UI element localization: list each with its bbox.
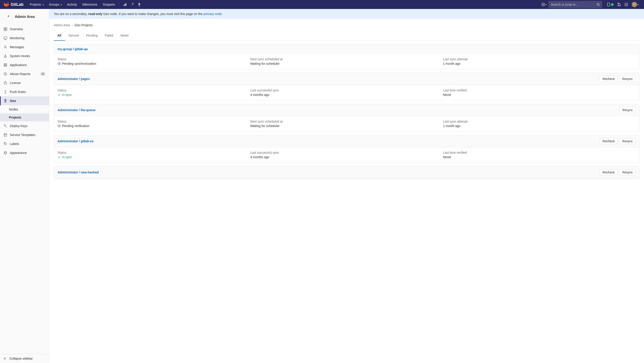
search-input[interactable]	[550, 3, 597, 6]
project-body: StatusPending synchronizationNext sync s…	[54, 54, 639, 69]
sidebar-item-messages[interactable]: Messages	[0, 43, 49, 52]
tab-all[interactable]: All	[54, 31, 65, 41]
todos-icon[interactable]	[623, 1, 630, 8]
col-label: Status	[58, 57, 250, 61]
chevron-down-icon: ▾	[638, 3, 639, 6]
check-icon	[58, 93, 61, 96]
resync-button[interactable]: Resync	[619, 169, 636, 175]
col-value: Pending verification	[58, 124, 250, 128]
sidebar-item-applications[interactable]: Applications	[0, 61, 49, 70]
sidebar-item-monitoring[interactable]: Monitoring	[0, 34, 49, 43]
resync-button[interactable]: Resync	[619, 138, 636, 144]
col-value: 4 months ago	[250, 155, 443, 159]
svg-point-6	[618, 3, 619, 4]
apps-icon	[4, 63, 7, 67]
labels-icon	[4, 142, 7, 146]
project-title-link[interactable]: Administrator / pages	[58, 77, 90, 81]
project-col: Last successful sync4 months ago	[250, 89, 443, 97]
sidebar-item-system-hooks[interactable]: System Hooks	[0, 52, 49, 61]
logo[interactable]: GitLab	[4, 2, 24, 7]
nav-snippets[interactable]: Snippets	[100, 1, 118, 9]
sidebar-item-deploy-keys[interactable]: Deploy Keys	[0, 121, 49, 130]
gitlab-logo-icon	[4, 2, 9, 7]
sidebar-item-abuse-reports[interactable]: Abuse Reports0	[0, 70, 49, 78]
analytics-icon[interactable]	[121, 1, 128, 8]
svg-point-21	[6, 65, 7, 66]
clock-icon	[58, 62, 61, 65]
project-col: Last sync attempt1 month ago	[443, 120, 636, 128]
merge-requests-icon[interactable]	[616, 1, 623, 8]
tab-pending[interactable]: Pending	[83, 31, 101, 41]
tab-synced[interactable]: Synced	[65, 31, 83, 41]
project-title-link[interactable]: Administrator / lita-queue	[58, 108, 96, 112]
svg-rect-29	[4, 134, 7, 136]
project-title-link[interactable]: Administrator / gitlab-ce	[58, 139, 94, 143]
sidebar-item-appearance[interactable]: Appearance	[0, 148, 49, 157]
sidebar-item-push-rules[interactable]: Push Rules	[0, 87, 49, 96]
project-col: Last successful sync4 months ago	[250, 151, 443, 159]
wrench-icon[interactable]	[128, 1, 136, 8]
geo-banner: You are on a secondary, read-only Geo no…	[49, 9, 644, 19]
project-body: StatusPending verificationNext sync sche…	[54, 116, 639, 131]
project-header: my-group / gitlab-qa	[54, 45, 639, 54]
sidebar-item-label: Abuse Reports	[10, 72, 31, 76]
search-box[interactable]	[548, 1, 602, 8]
resync-button[interactable]: Resync	[619, 107, 636, 113]
col-value: In sync	[58, 93, 250, 97]
project-header: Administrator / new-hashedRecheckResync	[54, 166, 639, 178]
nav-milestones[interactable]: Milestones	[80, 1, 100, 9]
sidebar-item-service-templates[interactable]: Service Templates	[0, 130, 49, 139]
col-value: Never	[443, 155, 636, 159]
project-title-link[interactable]: my-group / gitlab-qa	[58, 47, 88, 51]
chevron-down-icon: ▾	[61, 3, 62, 6]
geo-pin-icon[interactable]	[136, 1, 143, 8]
col-value: Waiting for scheduler	[250, 62, 443, 66]
plus-icon[interactable]: ▾	[540, 1, 548, 8]
nav-activity[interactable]: Activity	[64, 1, 80, 9]
project-body: StatusIn syncLast successful sync4 month…	[54, 147, 639, 162]
tab-never[interactable]: Never	[117, 31, 132, 41]
svg-rect-2	[126, 3, 126, 6]
svg-rect-0	[124, 5, 124, 6]
project-card: my-group / gitlab-qaStatusPending synchr…	[54, 44, 640, 69]
sidebar-item-labels[interactable]: Labels	[0, 139, 49, 148]
nav-links: Projects▾ Groups▾ Activity Milestones Sn…	[27, 1, 118, 9]
recheck-button[interactable]: Recheck	[600, 76, 618, 82]
sidebar-subitem-nodes[interactable]: Nodes	[0, 105, 49, 113]
project-col: Last time verifiedNever	[443, 151, 636, 159]
recheck-button[interactable]: Recheck	[600, 138, 618, 144]
col-label: Last successful sync	[250, 151, 443, 154]
sidebar-item-label: License	[10, 81, 20, 85]
sidebar-subitem-projects[interactable]: Projects	[0, 113, 49, 121]
col-label: Next sync scheduled at	[250, 120, 443, 123]
sidebar-item-geo[interactable]: Geo	[0, 96, 49, 105]
sidebar-item-label: Overview	[10, 27, 23, 31]
project-header: Administrator / lita-queueResync	[54, 104, 639, 116]
svg-point-4	[597, 3, 599, 5]
col-value: 1 month ago	[443, 62, 636, 66]
recheck-button[interactable]: Recheck	[600, 169, 618, 175]
collapse-sidebar[interactable]: Collapse sidebar	[0, 354, 49, 363]
sidebar-item-license[interactable]: License	[0, 78, 49, 87]
sidebar-item-overview[interactable]: Overview	[0, 25, 49, 34]
project-actions: Resync	[619, 107, 636, 113]
svg-rect-1	[125, 4, 126, 6]
project-actions: RecheckResync	[600, 169, 636, 175]
tab-failed[interactable]: Failed	[101, 31, 117, 41]
svg-rect-11	[6, 28, 7, 29]
svg-rect-12	[4, 29, 5, 31]
resync-button[interactable]: Resync	[619, 76, 636, 82]
nav-projects[interactable]: Projects▾	[27, 1, 46, 9]
project-col: StatusIn sync	[58, 89, 250, 97]
breadcrumb-parent[interactable]: Admin Area	[54, 23, 70, 27]
svg-rect-26	[4, 83, 6, 84]
templates-icon	[4, 133, 7, 137]
primary-node-link[interactable]: primary node	[204, 12, 222, 16]
project-title-link[interactable]: Administrator / new-hashed	[58, 171, 99, 174]
issues-icon[interactable]: 1	[605, 1, 616, 8]
top-navigation: GitLab Projects▾ Groups▾ Activity Milest…	[0, 0, 644, 9]
project-header: Administrator / pagesRecheckResync	[54, 73, 639, 85]
nav-groups[interactable]: Groups▾	[46, 1, 64, 9]
user-menu[interactable]: ▾	[630, 0, 640, 9]
svg-point-18	[6, 64, 7, 64]
